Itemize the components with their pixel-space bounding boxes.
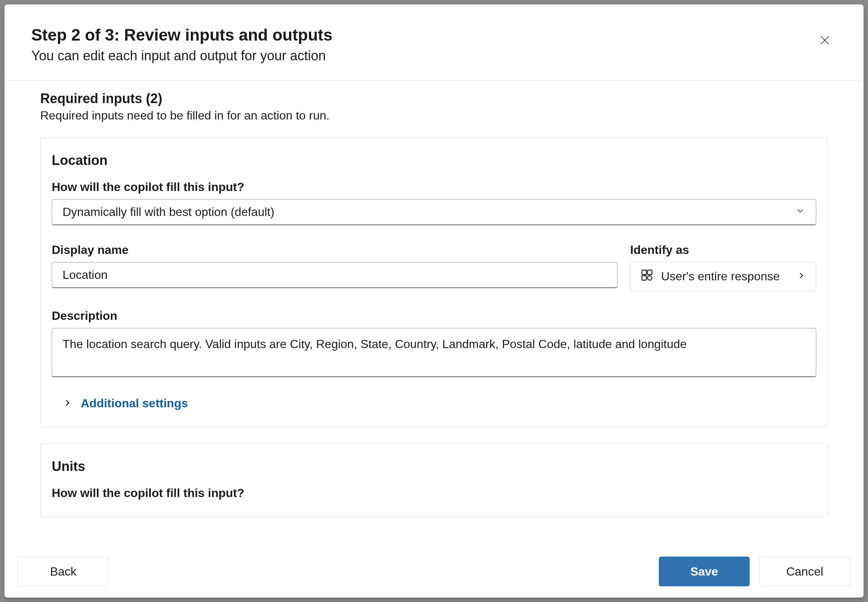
back-button-label: Back [50,565,76,579]
additional-settings-toggle[interactable]: Additional settings [52,396,816,410]
svg-point-5 [648,275,652,280]
dialog-subtitle: You can edit each input and output for y… [31,48,333,64]
section-header: Required inputs (2) Required inputs need… [40,91,828,123]
save-button[interactable]: Save [659,557,750,587]
input-card-location: Location How will the copilot fill this … [40,137,828,427]
description-textarea[interactable] [52,328,816,378]
svg-rect-4 [642,275,647,280]
section-title: Required inputs (2) [40,91,828,106]
close-button[interactable] [813,28,837,53]
identify-as-label: Identify as [630,243,816,257]
fill-method-label: How will the copilot fill this input? [52,486,816,500]
card-title: Units [52,459,816,474]
svg-rect-3 [648,270,652,274]
display-name-label: Display name [52,243,618,257]
chevron-right-icon [63,396,72,410]
fill-method-value: Dynamically fill with best option (defau… [63,205,275,219]
fill-method-dropdown[interactable]: Dynamically fill with best option (defau… [52,199,816,225]
display-name-input[interactable] [52,262,618,288]
chevron-right-icon [796,270,806,283]
input-card-units: Units How will the copilot fill this inp… [40,444,828,517]
dialog-title: Step 2 of 3: Review inputs and outputs [31,25,333,45]
additional-settings-label: Additional settings [81,396,188,410]
back-button[interactable]: Back [18,557,109,587]
dialog-body: Required inputs (2) Required inputs need… [5,80,863,545]
section-subtitle: Required inputs need to be filled in for… [40,109,828,123]
save-button-label: Save [690,565,718,579]
entity-icon [640,269,653,285]
chevron-down-icon [795,205,805,219]
identify-as-value: User's entire response [661,270,789,283]
header-text-block: Step 2 of 3: Review inputs and outputs Y… [31,25,333,64]
close-icon [819,42,831,47]
description-label: Description [52,309,816,323]
card-title: Location [52,153,816,168]
dialog-footer: Back Save Cancel [5,545,863,597]
dialog: Step 2 of 3: Review inputs and outputs Y… [5,5,863,597]
identify-as-button[interactable]: User's entire response [630,262,816,291]
dialog-header: Step 2 of 3: Review inputs and outputs Y… [5,5,863,80]
svg-rect-2 [642,270,647,274]
cancel-button[interactable]: Cancel [759,557,850,587]
cancel-button-label: Cancel [786,565,824,579]
fill-method-label: How will the copilot fill this input? [52,180,816,194]
